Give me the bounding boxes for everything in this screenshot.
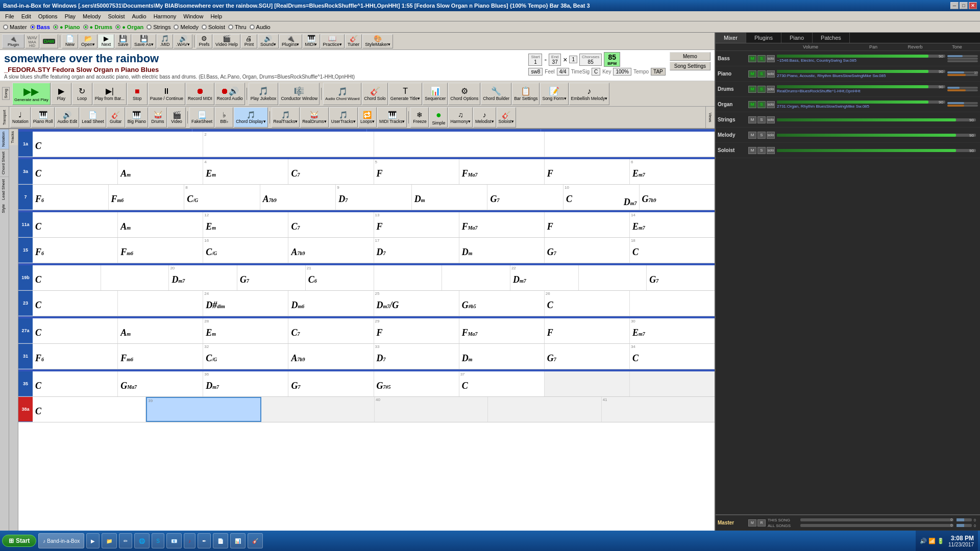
ch-piano-pan[interactable]: 10 <box>947 71 978 73</box>
practice-btn[interactable]: 📖Practice▾ <box>321 34 345 48</box>
record-midi-btn[interactable]: ⏺Record MIDI <box>186 83 214 105</box>
cell-15-2[interactable]: Fm6 <box>118 238 203 263</box>
mode-soloist[interactable]: Soloist <box>202 24 225 30</box>
stop-btn[interactable]: ■Stop <box>127 83 148 105</box>
conductor-btn[interactable]: 🎼Conductor Window <box>279 83 320 105</box>
chord-builder-btn[interactable]: 🔧Chord Builder <box>481 83 511 105</box>
next-btn[interactable]: ▶Next <box>98 34 114 48</box>
ch-master-m-btn[interactable]: M <box>748 519 756 527</box>
param-start[interactable]: Start 1 <box>528 54 542 66</box>
generate-title-btn[interactable]: TGenerate Title▾ <box>388 83 422 105</box>
menu-window[interactable]: Window <box>180 12 206 20</box>
start-button[interactable]: ⊞ Start <box>2 535 36 547</box>
cell-7-6[interactable]: Dm <box>412 185 488 210</box>
prefs-btn[interactable]: ⚙Prefs <box>196 34 212 48</box>
chord-solo-btn[interactable]: 🎸Chord Solo <box>362 83 388 105</box>
daw-btn[interactable]: DAW <box>40 34 58 48</box>
cell-31-2[interactable]: Fm6 <box>118 344 203 369</box>
ch-bass-m-btn[interactable]: M <box>748 55 756 62</box>
ch-drums-solo-btn[interactable]: solo <box>767 86 775 93</box>
cell-15-8[interactable]: 18 C <box>630 238 715 263</box>
side-tab-notation[interactable]: Notation <box>0 129 9 149</box>
play-from-bar-btn[interactable]: ▶|Play from Bar... <box>93 83 127 105</box>
cell-3a-3[interactable]: 4 Em <box>203 159 288 184</box>
print-btn[interactable]: 🖨Print <box>241 34 257 48</box>
cell-27a-6[interactable]: FMa7 <box>459 318 545 343</box>
param-tempo[interactable]: 100% <box>613 68 631 76</box>
cell-1a-2[interactable]: 2 <box>203 132 374 157</box>
ch-drums-m-btn[interactable]: M <box>748 86 756 93</box>
ch-soloist-vol-fader[interactable]: 90 <box>777 149 976 152</box>
cell-23-5[interactable]: 25 Dm7/G <box>374 291 459 316</box>
ch-master-r-btn[interactable]: R <box>757 519 766 527</box>
taskbar-app-folder[interactable]: 📁 <box>102 533 117 548</box>
mode-organ[interactable]: ● Organ <box>115 24 143 30</box>
drums-btn[interactable]: 🥁Drums <box>149 107 167 128</box>
cell-7-9[interactable]: G7b9 <box>640 185 715 210</box>
mode-audio[interactable]: Audio <box>250 24 271 30</box>
freeze-btn[interactable]: ❄Freeze <box>410 107 429 128</box>
cell-7-5[interactable]: 9 D7 <box>336 185 412 210</box>
cell-27a-2[interactable]: Am <box>118 318 203 343</box>
chord-options-btn[interactable]: ⚙Chord Options <box>448 83 480 105</box>
record-audio-btn[interactable]: ⏺🔊Record Audio <box>215 83 245 105</box>
mixer-tab-piano[interactable]: Piano <box>781 33 813 43</box>
ch-strings-solo-btn[interactable]: solo <box>767 116 775 123</box>
side-tab-style[interactable]: Style <box>0 202 9 215</box>
pause-btn[interactable]: ⏸Pause / Continue <box>148 83 185 105</box>
cell-19b-7[interactable] <box>442 265 510 290</box>
maximize-button[interactable]: □ <box>960 2 968 9</box>
taskbar-app-word[interactable]: 📄 <box>213 533 228 548</box>
ch-piano-vol-fader[interactable]: 90 <box>777 70 945 73</box>
cell-19b-5[interactable]: 21 C6 <box>306 265 374 290</box>
tuner-btn[interactable]: 🎸Tuner <box>345 34 362 48</box>
taskbar-app-media[interactable]: ▶ <box>86 533 100 548</box>
cell-1a-1[interactable]: C <box>33 132 203 157</box>
mode-piano[interactable]: ● Piano <box>53 24 80 30</box>
simple-btn[interactable]: ●Simple <box>429 107 448 128</box>
loop-btn[interactable]: ↻Loop <box>72 83 92 105</box>
cell-31-6[interactable]: Dm <box>459 344 545 369</box>
cell-35-7[interactable] <box>545 371 630 396</box>
stylemaker-btn[interactable]: 🎨StyleMaker▾ <box>362 34 393 48</box>
chord-display-btn[interactable]: 🎵Chord Display▾ <box>234 107 267 128</box>
audio-edit-btn[interactable]: 🔊Audio Edit <box>55 107 79 128</box>
cell-15-7[interactable]: G7 <box>545 238 630 263</box>
sequencer-btn[interactable]: 📊Sequencer <box>423 83 448 105</box>
taskbar-app-excel[interactable]: 📊 <box>230 533 246 548</box>
ch-organ-vol-fader[interactable]: 90 <box>777 101 945 104</box>
menu-edit[interactable]: Edit <box>18 12 34 20</box>
cell-7-4[interactable]: A7b9 <box>260 185 336 210</box>
cell-35-6[interactable]: 37 C <box>459 371 545 396</box>
embellish-melody-btn[interactable]: ♪Embellish Melody▾ <box>569 83 610 105</box>
ch-strings-m-btn[interactable]: M <box>748 116 756 123</box>
menu-soloist[interactable]: Soloist <box>105 12 128 20</box>
ch-soloist-s-btn[interactable]: S <box>757 147 766 154</box>
menu-options[interactable]: Options <box>35 12 61 20</box>
ch-master-allsongs-fader[interactable]: 0 <box>800 524 953 527</box>
cell-3a-5[interactable]: 5 F <box>374 159 459 184</box>
menu-melody[interactable]: Melody <box>80 12 104 20</box>
cell-15-6[interactable]: Dm <box>459 238 545 263</box>
cell-23-1[interactable]: C <box>33 291 118 316</box>
cell-35-8[interactable] <box>630 371 715 396</box>
cell-23-3[interactable]: 24 D#dim <box>203 291 288 316</box>
side-views[interactable]: Views <box>706 107 715 128</box>
cell-23-6[interactable]: G#b5 <box>459 291 545 316</box>
cell-15-3[interactable]: 16 C/G <box>203 238 288 263</box>
cell-19b-3[interactable]: 20 Dm7 <box>169 265 237 290</box>
minimize-button[interactable]: ─ <box>950 2 959 9</box>
ch-piano-m-btn[interactable]: M <box>748 70 756 78</box>
cell-3a-1[interactable]: C <box>33 159 118 184</box>
menu-file[interactable]: File <box>2 12 17 20</box>
cell-3a-6[interactable]: FMa7 <box>459 159 545 184</box>
loops-btn[interactable]: 🔁Loops▾ <box>358 107 377 128</box>
cell-1a-4[interactable] <box>545 132 715 157</box>
ch-bass-vol-fader[interactable]: 90 <box>777 55 945 58</box>
param-end[interactable]: End 37 <box>549 54 561 66</box>
ch-piano-rev[interactable] <box>947 74 978 76</box>
cell-31-4[interactable]: A7b9 <box>288 344 374 369</box>
side-tab-lead-sheet[interactable]: Lead Sheet <box>0 177 9 202</box>
videohelp-btn[interactable]: 🎬Video Help <box>213 34 240 48</box>
cell-19b-9[interactable] <box>579 265 647 290</box>
